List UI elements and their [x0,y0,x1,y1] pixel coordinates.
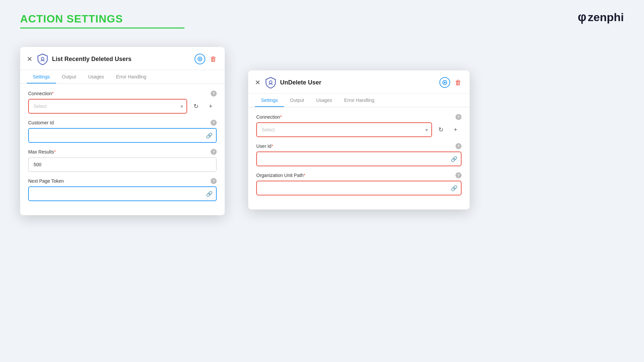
dialog2-orgunitpath-input[interactable] [256,181,462,195]
dialog1-customerid-link-icon: 🔗 [206,132,213,139]
dialog2-target-icon[interactable] [439,77,450,88]
dialog2-orgunitpath-label-text: Organization Unit Path* [256,173,305,178]
dialog1-body: Connection* ? ▾ ↻ + Customer Id ? 🔗 [20,84,225,215]
page-title-underline [20,27,184,28]
dialog1-header-actions: 🗑 [195,54,218,64]
dialog1-connection-refresh-button[interactable]: ↻ [190,99,202,114]
dialog2-delete-button[interactable]: 🗑 [453,78,463,87]
dialog1-connection-input[interactable] [28,99,187,114]
dialog1-tab-output[interactable]: Output [56,70,82,83]
dialog2-tab-settings[interactable]: Settings [255,94,284,107]
dialog1-maxresults-field: Max Results* ? [28,149,217,172]
dialog1-title: List Recently Deleted Users [52,56,195,63]
dialog2-header: ✕ UnDelete User 🗑 [248,70,470,94]
zenphi-logo: φ zenphi [578,10,624,24]
dialog2-target-dot [444,82,446,83]
dialog1-connection-required: * [52,91,54,96]
dialog2-connection-wrapper: ▾ [256,122,432,137]
dialog2-orgunitpath-label: Organization Unit Path* ? [256,172,462,178]
dialog1-nextpagetoken-label-text: Next Page Token [28,178,64,184]
dialog1-close-button[interactable]: ✕ [27,56,33,62]
dialog1-maxresults-wrapper [28,157,217,172]
dialog1-customerid-field: Customer Id ? 🔗 [28,120,217,143]
dialog1-customerid-label-text: Customer Id [28,120,54,125]
dialog2-connection-label: Connection* ? [256,114,462,120]
dialog2-orgunitpath-wrapper: 🔗 [256,181,462,195]
dialog1-maxresults-input[interactable] [28,157,217,172]
dialog2-orgunitpath-link-icon: 🔗 [451,185,458,191]
dialog2-title: UnDelete User [280,79,439,86]
dialog1-nextpagetoken-wrapper: 🔗 [28,186,217,201]
dialog1-customerid-label: Customer Id ? [28,120,217,126]
dialog1-connection-label-text: Connection* [28,91,54,96]
dialog2-target-inner [442,80,447,85]
dialog2-connection-required: * [280,114,282,120]
dialog2-close-button[interactable]: ✕ [255,79,261,86]
dialog1-customerid-wrapper: 🔗 [28,128,217,143]
dialog1-connection-field: Connection* ? ▾ ↻ + [28,90,217,114]
dialog2-tab-output[interactable]: Output [284,94,310,107]
dialog1-target-dot [199,58,201,60]
dialog1-tab-error-handling[interactable]: Error Handling [110,70,152,83]
dialog1-customerid-input[interactable] [28,128,217,143]
dialog2-userid-field: User Id* ? 🔗 [256,143,462,166]
svg-point-0 [41,57,44,60]
dialog1-nextpagetoken-label: Next Page Token ? [28,178,217,184]
dialog2-tab-error-handling[interactable]: Error Handling [338,94,380,107]
dialog1-maxresults-required: * [54,149,56,155]
dialog2-userid-link-icon: 🔗 [451,156,458,162]
dialog1-maxresults-label-text: Max Results* [28,149,56,155]
logo-text: zenphi [588,11,624,24]
dialog2-connection-refresh-button[interactable]: ↻ [435,122,447,137]
page-title: ACTION SETTINGS [20,13,123,25]
dialog-list-deleted-users: ✕ List Recently Deleted Users 🗑 Settings… [20,47,225,215]
dialog2-connection-add-button[interactable]: + [449,122,462,137]
dialog2-connection-input[interactable] [256,122,432,137]
logo-phi: φ [578,10,587,24]
dialog2-tabs: Settings Output Usages Error Handling [248,94,470,107]
dialog2-shield-icon [265,76,277,88]
dialog1-connection-label: Connection* ? [28,90,217,97]
dialog1-maxresults-label: Max Results* ? [28,149,217,155]
dialog1-tab-settings[interactable]: Settings [27,70,56,83]
dialog-undelete-user: ✕ UnDelete User 🗑 Settings Output Usages… [248,70,470,209]
dialog1-tab-usages[interactable]: Usages [82,70,110,83]
dialog1-delete-button[interactable]: 🗑 [209,54,218,64]
dialog2-userid-wrapper: 🔗 [256,152,462,166]
dialog1-nextpagetoken-help[interactable]: ? [211,178,217,184]
dialog2-connection-help[interactable]: ? [455,114,462,120]
dialog1-nextpagetoken-field: Next Page Token ? 🔗 [28,178,217,201]
dialog1-target-icon[interactable] [195,54,205,64]
dialog2-orgunitpath-required: * [304,173,305,178]
dialog2-userid-input[interactable] [256,152,462,166]
dialog1-connection-wrapper: ▾ [28,99,187,114]
dialog1-header: ✕ List Recently Deleted Users 🗑 [20,47,225,70]
dialog2-userid-help[interactable]: ? [455,143,462,149]
dialog2-orgunitpath-help[interactable]: ? [455,172,462,178]
dialog2-header-actions: 🗑 [439,77,463,88]
dialog2-orgunitpath-field: Organization Unit Path* ? 🔗 [256,172,462,195]
dialog1-tabs: Settings Output Usages Error Handling [20,70,225,84]
dialog2-connection-row: ▾ ↻ + [256,122,462,137]
dialog1-shield-icon [37,53,49,65]
dialog2-userid-label: User Id* ? [256,143,462,149]
svg-point-1 [269,81,272,83]
dialog2-connection-field: Connection* ? ▾ ↻ + [256,114,462,137]
dialog1-maxresults-help[interactable]: ? [211,149,217,155]
dialog2-userid-required: * [271,143,273,149]
dialog1-customerid-help[interactable]: ? [211,120,217,126]
dialog2-tab-usages[interactable]: Usages [310,94,338,107]
dialog1-connection-help[interactable]: ? [211,90,217,97]
dialog2-body: Connection* ? ▾ ↻ + User Id* ? 🔗 [248,107,470,209]
dialog1-nextpagetoken-input[interactable] [28,186,217,201]
dialog1-connection-row: ▾ ↻ + [28,99,217,114]
dialog2-userid-label-text: User Id* [256,143,273,149]
dialog1-nextpagetoken-link-icon: 🔗 [206,191,213,197]
dialog1-target-inner [198,57,202,61]
dialog1-connection-add-button[interactable]: + [205,99,217,114]
dialog2-connection-label-text: Connection* [256,114,282,120]
